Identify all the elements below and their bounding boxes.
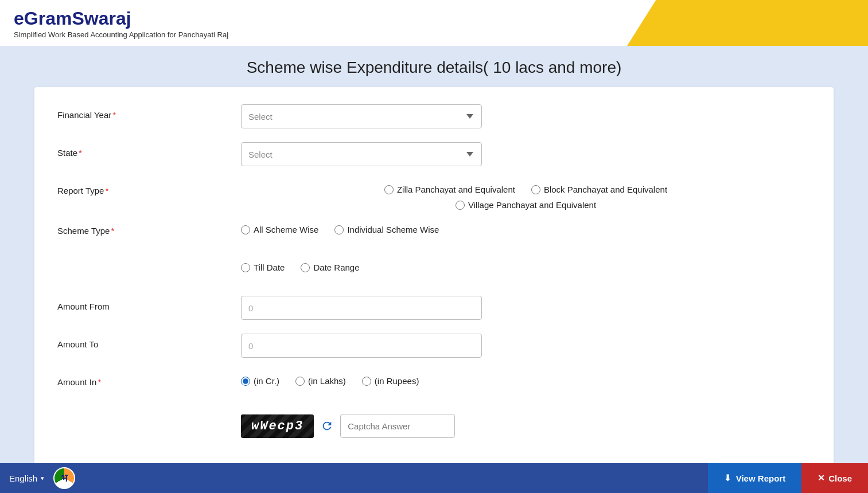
form-card: Financial Year* Select State* Select Rep (34, 87, 834, 471)
date-range-control: Till Date Date Range (241, 258, 811, 275)
main-content: Financial Year* Select State* Select Rep (0, 87, 868, 493)
amount-in-rupees[interactable]: (in Rupees) (362, 376, 419, 386)
amount-from-input[interactable] (241, 296, 482, 320)
captcha-area: wWecp3 (241, 409, 811, 438)
captcha-refresh-icon[interactable] (321, 420, 333, 432)
date-range-label (57, 258, 241, 264)
download-icon (724, 473, 731, 483)
chevron-down-icon: ▾ (41, 475, 44, 482)
report-type-line-1: Zilla Panchayat and Equivalent Block Pan… (384, 185, 667, 194)
footer-left: English ▾ भ (0, 463, 75, 493)
state-row: State* Select (57, 142, 811, 170)
page-title: Scheme wise Expenditure details( 10 lacs… (0, 58, 868, 77)
report-type-zilla-radio[interactable] (384, 185, 394, 194)
header: eGramSwaraj Simplified Work Based Accoun… (0, 0, 868, 46)
financial-year-control: Select (241, 104, 811, 128)
date-radio-group: Till Date Date Range (241, 258, 811, 272)
captcha-row: wWecp3 (57, 409, 811, 438)
financial-year-select[interactable]: Select (241, 104, 482, 128)
report-type-control: Zilla Panchayat and Equivalent Block Pan… (241, 180, 811, 210)
language-label: English (9, 474, 37, 483)
amount-in-label: Amount In* (57, 371, 241, 387)
scheme-type-row: Scheme Type* All Scheme Wise Individual … (57, 220, 811, 248)
state-label: State* (57, 142, 241, 158)
report-type-village[interactable]: Village Panchayat and Equivalent (456, 200, 596, 210)
amount-in-cr-radio[interactable] (241, 377, 250, 386)
financial-year-row: Financial Year* Select (57, 104, 811, 132)
report-type-village-radio[interactable] (456, 201, 465, 210)
close-x-icon (818, 473, 825, 483)
captcha-image: wWecp3 (241, 414, 314, 438)
footer-right: View Report Close (708, 463, 868, 493)
page-title-bar: Scheme wise Expenditure details( 10 lacs… (0, 46, 868, 87)
amount-from-row: Amount From (57, 296, 811, 323)
amount-to-input[interactable] (241, 334, 482, 358)
footer-bar: English ▾ भ View Report Close (0, 463, 868, 493)
scheme-type-individual[interactable]: Individual Scheme Wise (334, 225, 439, 234)
date-range-radio[interactable] (301, 263, 310, 272)
state-control: Select (241, 142, 811, 166)
financial-year-label: Financial Year* (57, 104, 241, 120)
date-till-date[interactable]: Till Date (241, 263, 285, 272)
report-type-label: Report Type* (57, 180, 241, 195)
scheme-type-all[interactable]: All Scheme Wise (241, 225, 318, 234)
report-type-line-2: Village Panchayat and Equivalent (456, 200, 596, 210)
amount-in-lakhs-radio[interactable] (295, 377, 305, 386)
date-range[interactable]: Date Range (301, 263, 359, 272)
date-till-date-radio[interactable] (241, 263, 250, 272)
scheme-type-individual-radio[interactable] (334, 225, 344, 234)
amount-in-cr[interactable]: (in Cr.) (241, 376, 279, 386)
scheme-type-all-radio[interactable] (241, 225, 250, 234)
amount-in-lakhs[interactable]: (in Lakhs) (295, 376, 346, 386)
language-selector[interactable]: English ▾ (0, 463, 49, 493)
view-report-button[interactable]: View Report (708, 463, 801, 493)
amount-in-control: (in Cr.) (in Lakhs) (in Rupees) (241, 371, 811, 386)
amount-from-control (241, 296, 811, 320)
report-type-block[interactable]: Block Panchayat and Equivalent (531, 185, 667, 194)
report-type-zilla[interactable]: Zilla Panchayat and Equivalent (384, 185, 515, 194)
state-select[interactable]: Select (241, 142, 482, 166)
report-type-radio-group: Zilla Panchayat and Equivalent Block Pan… (241, 180, 811, 210)
close-label: Close (828, 474, 852, 483)
amount-in-row: Amount In* (in Cr.) (in Lakhs) (in Rupee… (57, 371, 811, 399)
amount-to-label: Amount To (57, 334, 241, 349)
scheme-type-label: Scheme Type* (57, 220, 241, 236)
amount-from-label: Amount From (57, 296, 241, 311)
captcha-control: wWecp3 (241, 409, 811, 438)
date-range-row: Till Date Date Range (57, 258, 811, 285)
scheme-type-control: All Scheme Wise Individual Scheme Wise (241, 220, 811, 234)
amount-to-row: Amount To (57, 334, 811, 361)
report-type-block-radio[interactable] (531, 185, 540, 194)
captcha-label (57, 409, 241, 415)
close-button[interactable]: Close (801, 463, 868, 493)
amount-in-radio-group: (in Cr.) (in Lakhs) (in Rupees) (241, 371, 811, 386)
amount-in-rupees-radio[interactable] (362, 377, 371, 386)
scheme-type-radio-group: All Scheme Wise Individual Scheme Wise (241, 220, 811, 234)
view-report-label: View Report (736, 474, 785, 483)
amount-to-control (241, 334, 811, 358)
app-subtitle: Simplified Work Based Accounting Applica… (14, 30, 854, 39)
app-title: eGramSwaraj (14, 8, 854, 29)
language-icon[interactable]: भ (53, 467, 75, 489)
captcha-answer-input[interactable] (340, 414, 455, 438)
report-type-row: Report Type* Zilla Panchayat and Equival… (57, 180, 811, 210)
